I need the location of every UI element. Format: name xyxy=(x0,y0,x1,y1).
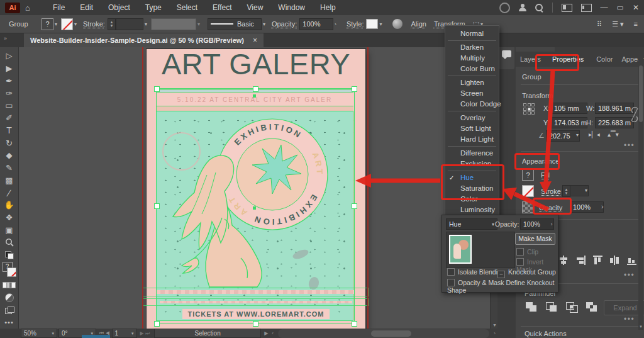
x-field[interactable]: 105 mm xyxy=(551,103,587,114)
chevron-down-icon[interactable]: ▾ xyxy=(263,21,265,27)
appearance-opacity-label[interactable]: Opacity xyxy=(539,204,562,211)
align-link[interactable]: Align xyxy=(411,20,426,28)
knockout-shape-checkbox[interactable]: Opacity & Mask Define Knockout Shape xyxy=(447,279,558,294)
align-bottom-icon[interactable] xyxy=(626,256,637,265)
menu-file[interactable]: File xyxy=(45,0,72,15)
last-artboard-icon[interactable]: ▶ ⏭ xyxy=(140,330,150,337)
constrain-proportions-icon[interactable] xyxy=(630,107,639,122)
scroll-right-arrow-icon[interactable]: › xyxy=(494,330,496,336)
artboard-tool[interactable]: ▣ xyxy=(3,224,16,237)
align-more-options-icon[interactable]: ••• xyxy=(624,271,635,279)
menu-item-hue[interactable]: ✓ Hue xyxy=(445,172,499,183)
selection-handle[interactable] xyxy=(352,86,357,92)
eraser-tool[interactable]: ◆ xyxy=(3,149,16,162)
flip-horizontal-icon[interactable]: ▸▏◂ xyxy=(589,131,600,138)
pathfinder-unite-icon[interactable] xyxy=(526,302,537,312)
menu-item-screen[interactable]: Screen xyxy=(445,88,499,99)
selection-handle[interactable] xyxy=(154,203,160,209)
status-display[interactable]: Selection xyxy=(154,329,261,338)
menu-item-luminosity[interactable]: Luminosity xyxy=(445,205,499,215)
menu-item-overlay[interactable]: Overlay xyxy=(445,113,499,123)
menu-item-color-dodge[interactable]: Color Dodge xyxy=(445,99,499,110)
blend-mode-dropdown[interactable]: Hue ▾ xyxy=(446,218,497,230)
style-swatch[interactable] xyxy=(366,19,378,29)
opacity-field[interactable]: 100% xyxy=(299,18,333,30)
opacity-flyout-arrow[interactable]: › xyxy=(601,203,604,210)
chevron-down-icon[interactable]: ▾ xyxy=(145,21,147,27)
gradient-tool[interactable]: ▩ xyxy=(3,174,16,187)
pathfinder-more-options-icon[interactable]: ••• xyxy=(624,315,635,324)
scrollbar-thumb[interactable] xyxy=(639,65,643,122)
stroke-weight-label[interactable]: Stroke: xyxy=(83,20,105,28)
align-vcenter-icon[interactable] xyxy=(609,256,620,265)
opacity-label[interactable]: Opacity: xyxy=(272,20,297,28)
align-right-icon[interactable] xyxy=(575,256,586,265)
scroll-down-arrow-icon[interactable]: ▼ xyxy=(492,323,497,327)
chevron-down-icon[interactable]: ▾ xyxy=(576,132,579,138)
pathfinder-exclude-icon[interactable] xyxy=(586,302,597,312)
chevron-down-icon[interactable]: ▾ xyxy=(55,21,57,27)
selection-handle[interactable] xyxy=(154,86,160,92)
menu-item-hard-light[interactable]: Hard Light xyxy=(445,134,499,145)
selection-tool[interactable]: ▷ xyxy=(3,50,16,62)
menu-window[interactable]: Window xyxy=(270,0,313,15)
window-minimize-button[interactable]: — xyxy=(601,0,608,15)
curvature-tool[interactable]: ✑ xyxy=(3,87,16,99)
rotate-tool[interactable]: ↻ xyxy=(3,137,16,149)
paintbrush-tool[interactable]: ✐ xyxy=(3,112,16,125)
hand-tool[interactable]: ✋ xyxy=(3,199,16,211)
w-field[interactable]: 188.961 m xyxy=(595,103,634,114)
opacity-flyout-arrow[interactable]: › xyxy=(548,218,555,230)
menu-object[interactable]: Object xyxy=(101,0,138,15)
chevron-down-icon[interactable]: ▾ xyxy=(74,21,77,27)
appearance-stroke-swatch[interactable] xyxy=(522,185,534,197)
menu-item-multiply[interactable]: Multiply xyxy=(445,53,499,64)
pen-tool[interactable]: ✒ xyxy=(3,75,16,87)
chevron-down-icon[interactable]: ▾ xyxy=(379,21,382,27)
reference-point-selector[interactable] xyxy=(523,103,535,115)
menu-edit[interactable]: Edit xyxy=(72,0,101,15)
clip-checkbox[interactable]: Clip xyxy=(516,248,538,256)
search-icon[interactable] xyxy=(535,4,543,12)
scrollbar-thumb[interactable] xyxy=(371,330,411,337)
rotate-angle-field[interactable]: 202.75 xyxy=(546,130,580,142)
brush-definition-field[interactable] xyxy=(151,18,196,30)
gradient-chip[interactable] xyxy=(7,282,11,288)
direct-selection-tool[interactable]: ▶ xyxy=(3,62,16,75)
appearance-opacity-field[interactable]: 100% xyxy=(570,201,604,213)
tab-color[interactable]: Color xyxy=(592,55,617,63)
options-list-icon[interactable]: ≡ xyxy=(634,20,638,28)
menu-select[interactable]: Select xyxy=(169,0,205,15)
shaper-tool[interactable]: ✎ xyxy=(3,162,16,174)
status-flyout-icon[interactable]: ▶ xyxy=(264,330,268,336)
object-thumbnail[interactable] xyxy=(449,235,472,264)
stroke-weight-field[interactable] xyxy=(116,18,143,30)
menu-item-lighten[interactable]: Lighten xyxy=(445,77,499,88)
menu-help[interactable]: Help xyxy=(313,0,343,15)
document-tab[interactable]: Website-Builder-Insider-Sample-Design.ai… xyxy=(24,33,264,47)
align-top-icon[interactable] xyxy=(592,256,603,265)
illustrator-app-icon[interactable]: Ai xyxy=(5,3,20,13)
blend-mode-icon[interactable] xyxy=(3,291,16,304)
symbol-sprayer-tool[interactable]: ❖ xyxy=(3,211,16,224)
tab-properties[interactable]: Properties xyxy=(548,55,588,63)
menu-item-normal[interactable]: Normal xyxy=(445,28,499,39)
pathfinder-minus-front-icon[interactable] xyxy=(546,302,557,312)
zoom-tool[interactable] xyxy=(3,236,16,249)
selection-handle[interactable] xyxy=(253,321,258,327)
appearance-stroke-label[interactable]: Stroke xyxy=(541,188,561,195)
menu-type[interactable]: Type xyxy=(138,0,169,15)
menu-item-soft-light[interactable]: Soft Light xyxy=(445,123,499,134)
paragraph-panel-icon[interactable]: ☰ ▾ xyxy=(612,20,623,28)
account-icon[interactable] xyxy=(519,4,526,11)
appearance-fill-swatch[interactable]: ? xyxy=(522,169,534,181)
color-chip[interactable] xyxy=(3,282,7,288)
make-mask-button[interactable]: Make Mask xyxy=(515,233,555,245)
selection-handle[interactable] xyxy=(154,321,160,327)
menu-view[interactable]: View xyxy=(240,0,271,15)
swap-fill-stroke-icon[interactable] xyxy=(3,249,16,261)
home-icon[interactable]: ⌂ xyxy=(25,3,35,12)
h-field[interactable]: 225.683 m xyxy=(595,117,634,128)
selection-handle[interactable] xyxy=(253,86,258,92)
panel-scrollbar[interactable]: ▼ xyxy=(638,53,643,330)
